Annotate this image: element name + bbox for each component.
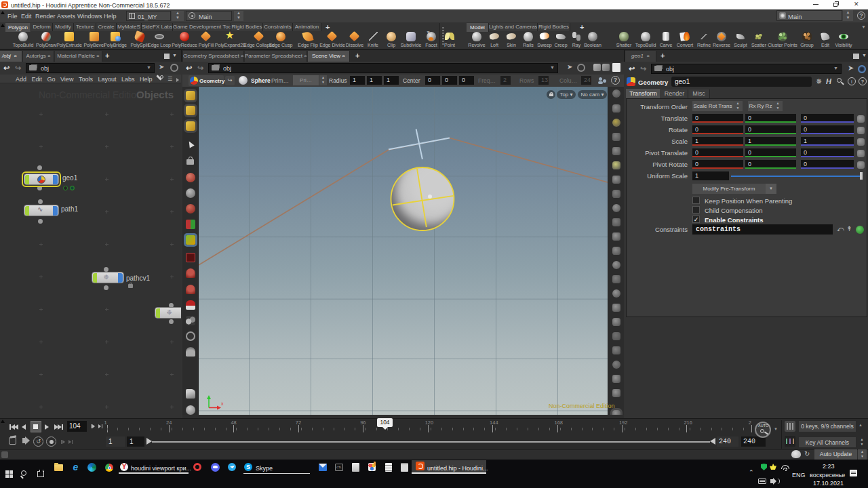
svg-text:x: x (221, 401, 224, 406)
